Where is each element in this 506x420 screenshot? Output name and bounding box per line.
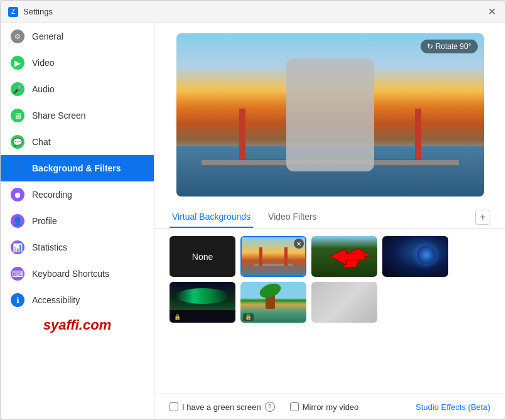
sidebar-label-accessibility: Accessibility (32, 295, 80, 305)
bg-tower-r (284, 247, 288, 266)
remove-golden-gate-button[interactable]: ✕ (294, 239, 304, 249)
preview-area: ↻ Rotate 90° (154, 23, 505, 202)
keyboard-shortcuts-icon: ⌨ (11, 267, 24, 281)
accessibility-icon: ℹ (11, 293, 24, 307)
statistics-icon: 📊 (11, 240, 24, 254)
profile-icon: 👤 (11, 214, 24, 228)
sidebar-label-audio: Audio (32, 84, 55, 94)
green-screen-label: I have a green screen (182, 402, 261, 412)
sidebar-label-keyboard-shortcuts: Keyboard Shortcuts (32, 269, 109, 279)
bg-forest[interactable] (311, 236, 377, 277)
watermark-text: syaffi.com (1, 313, 154, 337)
tab-video-filters[interactable]: Video Filters (266, 207, 320, 228)
sidebar-label-video: Video (32, 58, 55, 68)
bg-space-preview (382, 236, 448, 277)
sidebar-label-profile: Profile (32, 216, 57, 226)
bg-earth (417, 245, 436, 264)
sidebar: ⚙ General ▶ Video 🎤 Audio 🖥 Share Screen… (1, 23, 154, 419)
sidebar-item-audio[interactable]: 🎤 Audio (1, 76, 154, 102)
bg-row-2: 🔒 🔒 (170, 282, 490, 323)
sidebar-item-background-filters[interactable]: 👤 Background & Filters (1, 155, 154, 181)
bg-golden-gate[interactable]: ✕ (240, 236, 306, 277)
bg-space[interactable] (382, 236, 448, 277)
bridge-tower-right (415, 109, 421, 165)
help-icon[interactable]: ? (265, 402, 275, 412)
app-icon: Z (8, 7, 18, 17)
recording-icon: ⏺ (11, 188, 24, 202)
titlebar-left: Z Settings (8, 7, 53, 17)
bg-blur[interactable] (311, 282, 377, 323)
video-icon: ▶ (11, 56, 24, 70)
studio-effects-link[interactable]: Studio Effects (Beta) (416, 402, 490, 412)
bg-forest-preview (311, 236, 377, 277)
mirror-video-label: Mirror my video (303, 402, 359, 412)
share-screen-icon: 🖥 (11, 109, 24, 122)
sidebar-label-share-screen: Share Screen (32, 110, 86, 121)
sidebar-label-background-filters: Background & Filters (32, 163, 121, 173)
settings-window: Z Settings ✕ ⚙ General ▶ Video 🎤 Audio 🖥… (0, 0, 506, 420)
aurora-badge: 🔒 (172, 313, 183, 321)
audio-icon: 🎤 (11, 82, 24, 96)
sidebar-label-general: General (32, 31, 63, 41)
main-content: ⚙ General ▶ Video 🎤 Audio 🖥 Share Screen… (1, 23, 505, 419)
sidebar-item-general[interactable]: ⚙ General (1, 23, 154, 50)
add-background-button[interactable]: + (475, 210, 490, 225)
footer-options: I have a green screen ? Mirror my video … (154, 394, 505, 419)
mirror-video-option[interactable]: Mirror my video (290, 402, 359, 412)
rotate-button[interactable]: ↻ Rotate 90° (421, 40, 477, 53)
tabs-list: Virtual Backgrounds Video Filters (170, 207, 332, 228)
green-screen-option[interactable]: I have a green screen ? (170, 402, 275, 412)
window-title: Settings (23, 7, 53, 16)
sidebar-label-recording: Recording (32, 190, 72, 200)
avatar-placeholder (286, 58, 374, 171)
bg-tower-l (259, 247, 262, 266)
bg-row-1: None ✕ (170, 236, 490, 277)
none-label: None (192, 252, 213, 262)
tabs-area: Virtual Backgrounds Video Filters + (154, 207, 505, 229)
sidebar-item-chat[interactable]: 💬 Chat (1, 129, 154, 155)
tab-virtual-backgrounds[interactable]: Virtual Backgrounds (170, 207, 253, 228)
bridge-tower-left (239, 109, 245, 165)
sidebar-item-accessibility[interactable]: ℹ Accessibility (1, 287, 154, 313)
sidebar-item-share-screen[interactable]: 🖥 Share Screen (1, 102, 154, 129)
backgrounds-grid: None ✕ (154, 229, 505, 394)
mirror-video-checkbox[interactable] (290, 402, 299, 411)
sidebar-item-keyboard-shortcuts[interactable]: ⌨ Keyboard Shortcuts (1, 261, 154, 287)
general-icon: ⚙ (11, 30, 24, 43)
bg-blur-preview (311, 282, 377, 323)
background-filters-icon: 👤 (11, 161, 24, 175)
main-panel: ↻ Rotate 90° Virtual Backgrounds Video F… (154, 23, 505, 419)
sidebar-item-statistics[interactable]: 📊 Statistics (1, 234, 154, 261)
close-button[interactable]: ✕ (485, 6, 498, 18)
sidebar-label-chat: Chat (32, 137, 51, 147)
bg-aurora[interactable]: 🔒 (170, 282, 235, 323)
sidebar-label-statistics: Statistics (32, 242, 67, 252)
bg-beach[interactable]: 🔒 (240, 282, 306, 323)
sidebar-item-video[interactable]: ▶ Video (1, 50, 154, 76)
green-screen-checkbox[interactable] (170, 402, 178, 411)
sidebar-item-recording[interactable]: ⏺ Recording (1, 181, 154, 208)
video-preview: ↻ Rotate 90° (176, 33, 484, 197)
titlebar: Z Settings ✕ (1, 1, 505, 23)
bg-none[interactable]: None (170, 236, 235, 277)
aurora-light (176, 288, 229, 304)
sidebar-item-profile[interactable]: 👤 Profile (1, 208, 154, 234)
beach-badge: 🔒 (243, 313, 254, 321)
chat-icon: 💬 (11, 135, 24, 149)
